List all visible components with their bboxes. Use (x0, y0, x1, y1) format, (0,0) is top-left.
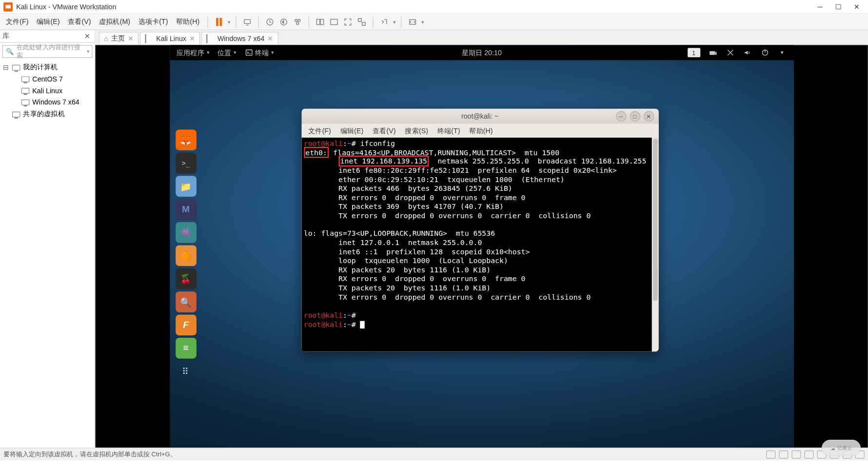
menubar: 文件(F) 编辑(E) 查看(V) 虚拟机(M) 选项卡(T) 帮助(H) ▾ … (0, 14, 868, 30)
power-dropdown[interactable]: ▾ (227, 19, 231, 25)
dock-leafpad[interactable]: ≡ (176, 338, 197, 359)
inet-highlight: inet 192.168.139.135 (338, 156, 429, 167)
tab-kali-linux[interactable]: Kali Linux ✕ (140, 32, 200, 44)
menu-edit[interactable]: 编辑(E) (33, 15, 63, 28)
dock-faraday[interactable]: F (176, 315, 197, 336)
kali-desktop[interactable]: 应用程序▾ 位置▾ 终端▾ 星期日 20:10 1 (170, 45, 794, 448)
stretch-button[interactable] (406, 15, 419, 28)
vm-icon (145, 35, 154, 43)
gnome-topbar: 应用程序▾ 位置▾ 终端▾ 星期日 20:10 1 (170, 45, 794, 60)
status-device-icon[interactable] (805, 450, 814, 459)
search-icon: 🔍 (6, 48, 14, 55)
term-menu-view[interactable]: 查看(V) (369, 125, 399, 137)
chevron-down-icon[interactable]: ▾ (777, 48, 787, 57)
clock[interactable]: 星期日 20:10 (462, 48, 502, 58)
statusbar: 要将输入定向到该虚拟机，请在虚拟机内部单击或按 Ctrl+G。 (0, 448, 868, 460)
library-search-input[interactable]: 🔍 在此处键入内容进行搜索 ▾ (2, 45, 93, 58)
revert-snapshot-button[interactable] (277, 15, 290, 28)
dock-terminal[interactable]: >_ (176, 153, 197, 174)
vm-display-area[interactable]: 应用程序▾ 位置▾ 终端▾ 星期日 20:10 1 (96, 45, 868, 448)
tab-close-icon[interactable]: ✕ (189, 35, 195, 43)
window-minimize-button[interactable]: ─ (816, 2, 824, 11)
menu-vm[interactable]: 虚拟机(M) (96, 15, 134, 28)
volume-icon[interactable] (743, 48, 752, 57)
camera-icon[interactable] (708, 48, 717, 57)
gnome-dock: 🦊 >_ 📁 M 👾 🔶 🍒 🔍 F ≡ ⠿ (176, 129, 197, 382)
stretch-dropdown[interactable]: ▾ (420, 19, 425, 25)
term-menu-edit[interactable]: 编辑(E) (337, 125, 367, 137)
power-icon[interactable] (760, 48, 769, 57)
view-single-button[interactable] (328, 15, 340, 28)
dock-cherrytree[interactable]: 🍒 (176, 268, 197, 289)
tree-collapse-icon[interactable]: ⊟ (2, 63, 9, 72)
applications-menu[interactable]: 应用程序▾ (177, 48, 210, 58)
tree-root-my-computer[interactable]: ⊟ 我的计算机 (2, 61, 93, 74)
menu-file[interactable]: 文件(F) (2, 15, 32, 28)
status-message: 要将输入定向到该虚拟机，请在虚拟机内部单击或按 Ctrl+G。 (3, 450, 177, 459)
accessibility-icon[interactable] (726, 48, 735, 57)
term-menu-terminal[interactable]: 终端(T) (434, 125, 464, 137)
menu-view[interactable]: 查看(V) (64, 15, 95, 28)
status-device-icon[interactable] (791, 450, 801, 459)
snapshot-button[interactable] (264, 15, 276, 28)
term-menu-file[interactable]: 文件(F) (305, 125, 335, 137)
dock-files[interactable]: 📁 (176, 176, 197, 197)
svg-rect-11 (362, 22, 365, 25)
dock-zenmap[interactable]: 🔍 (176, 291, 197, 312)
tab-close-icon[interactable]: ✕ (128, 35, 134, 43)
menu-help[interactable]: 帮助(H) (173, 15, 203, 28)
tree-item-centos[interactable]: CentOS 7 (12, 73, 93, 85)
tree-item-kali[interactable]: Kali Linux (12, 85, 93, 97)
terminal-indicator[interactable]: 终端▾ (245, 48, 274, 58)
view-console-button[interactable] (314, 15, 327, 28)
tree-item-win7[interactable]: Windows 7 x64 (12, 97, 93, 108)
menu-tabs[interactable]: 选项卡(T) (135, 15, 171, 28)
tree-shared-label: 共享的虚拟机 (23, 109, 64, 119)
sidebar-title: 库 (2, 31, 9, 41)
quick-switch-button[interactable] (378, 15, 391, 28)
separator (236, 16, 237, 28)
separator (258, 16, 259, 28)
workspace-indicator[interactable]: 1 (688, 48, 700, 57)
tree-item-label: Kali Linux (32, 87, 62, 95)
tab-bar: ⌂ 主页 ✕ Kali Linux ✕ Windows 7 x64 ✕ (96, 30, 868, 45)
dock-firefox[interactable]: 🦊 (176, 129, 197, 150)
svg-rect-10 (358, 18, 361, 21)
places-menu[interactable]: 位置▾ (217, 48, 237, 58)
terminal-window[interactable]: root@kali: ~ ─ □ ✕ 文件(F) 编辑(E) 查看(V) 搜索(… (301, 109, 658, 352)
quick-switch-dropdown[interactable]: ▾ (392, 19, 396, 25)
status-device-icon[interactable] (779, 450, 788, 459)
term-menu-search[interactable]: 搜索(S) (401, 125, 432, 137)
dock-armitage[interactable]: 👾 (176, 222, 197, 243)
tab-home[interactable]: ⌂ 主页 ✕ (99, 32, 139, 44)
terminal-titlebar[interactable]: root@kali: ~ ─ □ ✕ (301, 109, 658, 124)
computer-icon (12, 63, 21, 72)
terminal-body[interactable]: root@kali:~# ifconfig eth0: flags=4163<U… (301, 138, 658, 351)
window-maximize-button[interactable]: ☐ (834, 2, 843, 11)
unity-button[interactable] (355, 15, 368, 28)
tab-kali-label: Kali Linux (156, 35, 186, 43)
watermark-logo: ☁ 亿速云 (822, 440, 861, 456)
tab-close-icon[interactable]: ✕ (267, 35, 273, 43)
terminal-scrollbar[interactable] (651, 138, 658, 351)
tree-shared-vms[interactable]: 共享的虚拟机 (2, 108, 93, 121)
fullscreen-button[interactable] (342, 15, 355, 28)
pause-button[interactable] (213, 15, 225, 28)
sidebar-close-button[interactable]: ✕ (82, 32, 92, 41)
terminal-minimize-button[interactable]: ─ (616, 111, 626, 122)
terminal-maximize-button[interactable]: □ (630, 111, 640, 122)
separator (373, 16, 374, 28)
window-close-button[interactable]: ✕ (853, 2, 861, 11)
dock-metasploit[interactable]: M (176, 199, 197, 220)
terminal-close-button[interactable]: ✕ (643, 111, 653, 122)
send-ctrl-alt-del-button[interactable] (241, 15, 254, 28)
dock-burpsuite[interactable]: 🔶 (176, 245, 197, 266)
tree-item-label: CentOS 7 (32, 75, 62, 83)
term-menu-help[interactable]: 帮助(H) (466, 125, 496, 137)
search-dropdown-icon[interactable]: ▾ (87, 49, 90, 55)
watermark-text: 亿速云 (837, 445, 852, 451)
dock-show-apps[interactable]: ⠿ (176, 361, 197, 382)
manage-snapshots-button[interactable] (292, 15, 304, 28)
status-device-icon[interactable] (766, 450, 775, 459)
tab-windows7[interactable]: Windows 7 x64 ✕ (201, 32, 278, 44)
